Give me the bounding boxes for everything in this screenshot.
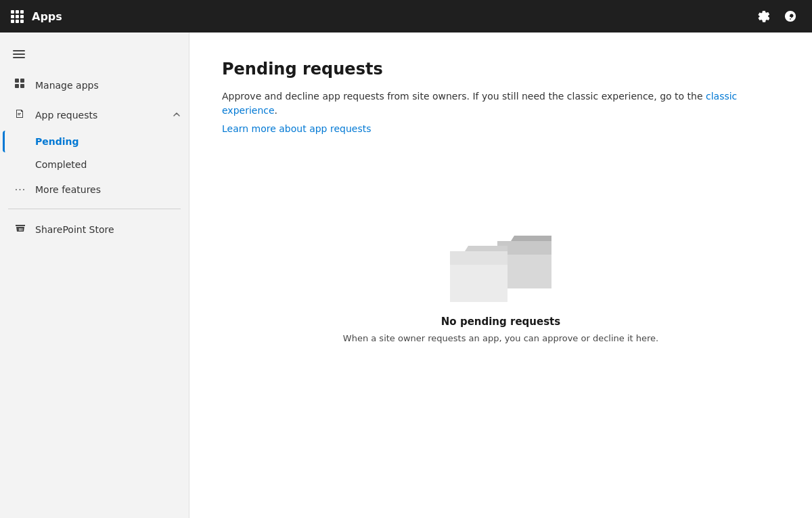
more-features-label: More features (35, 184, 101, 195)
manage-apps-label: Manage apps (35, 80, 99, 91)
manage-apps-icon (14, 79, 27, 92)
topbar-icons (752, 5, 801, 27)
sidebar-divider (8, 209, 181, 209)
description-text: Approve and decline app requests from si… (222, 89, 780, 118)
learn-more-link[interactable]: Learn more about app requests (222, 123, 371, 134)
app-requests-label: App requests (35, 110, 173, 121)
sidebar-item-sharepoint-store[interactable]: SharePoint Store (3, 216, 186, 243)
sidebar-subitem-pending[interactable]: Pending (3, 131, 186, 152)
sidebar-collapse-button[interactable] (5, 41, 32, 68)
help-icon[interactable] (780, 5, 801, 27)
sidebar-item-manage-apps[interactable]: Manage apps (3, 72, 186, 99)
empty-state-illustration (433, 207, 568, 316)
completed-label: Completed (35, 159, 87, 170)
page-title: Pending requests (222, 60, 780, 79)
svg-rect-0 (13, 50, 25, 51)
sidebar-subitem-completed[interactable]: Completed (3, 154, 186, 175)
svg-rect-8 (18, 114, 20, 115)
svg-rect-4 (15, 84, 19, 88)
main-content: Pending requests Approve and decline app… (189, 33, 812, 518)
svg-rect-5 (20, 79, 24, 83)
settings-icon[interactable] (752, 5, 774, 27)
svg-rect-1 (13, 53, 25, 55)
empty-state-title: No pending requests (441, 316, 560, 328)
svg-rect-7 (18, 113, 21, 114)
sidebar: Manage apps App requests Pending (0, 33, 189, 518)
topbar: Apps (0, 0, 812, 33)
sidebar-item-app-requests[interactable]: App requests (3, 102, 191, 129)
empty-state-description: When a site owner requests an app, you c… (343, 333, 658, 343)
more-features-icon: ··· (14, 184, 27, 195)
svg-rect-2 (13, 57, 25, 58)
main-area: Manage apps App requests Pending (0, 33, 812, 518)
empty-state: No pending requests When a site owner re… (222, 207, 780, 343)
sidebar-item-more-features[interactable]: ··· More features (3, 177, 186, 202)
app-requests-chevron (173, 110, 181, 121)
pending-label: Pending (35, 136, 79, 147)
svg-rect-6 (20, 84, 24, 88)
app-requests-icon (14, 108, 27, 122)
sharepoint-store-icon (14, 223, 27, 236)
svg-rect-3 (15, 79, 19, 83)
waffle-icon[interactable] (11, 10, 24, 23)
app-title: Apps (32, 10, 744, 23)
sharepoint-store-label: SharePoint Store (35, 224, 114, 235)
